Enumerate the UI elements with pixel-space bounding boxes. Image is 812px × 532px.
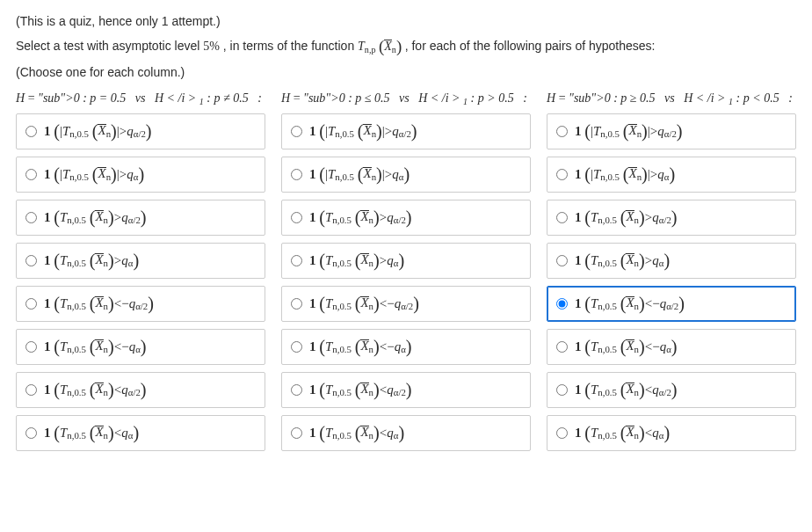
option-c1-5[interactable]: 1 (Tn,0.5 (Xn)<−qα): [16, 329, 265, 365]
option-radio[interactable]: [291, 212, 302, 223]
option-formula: 1 (Tn,0.5 (Xn)<qα): [44, 423, 139, 443]
option-radio[interactable]: [25, 212, 37, 223]
option-formula: 1 (Tn,0.5 (Xn)>qα/2): [309, 208, 412, 228]
quiz-note: (This is a quiz, hence only 1 attempt.): [16, 14, 796, 28]
option-c2-2[interactable]: 1 (Tn,0.5 (Xn)>qα/2): [281, 200, 531, 236]
option-radio[interactable]: [556, 341, 568, 353]
option-c2-4[interactable]: 1 (Tn,0.5 (Xn)<−qα/2): [281, 286, 531, 322]
option-radio[interactable]: [25, 255, 37, 266]
option-formula: 1 (Tn,0.5 (Xn)<−qα): [309, 337, 412, 357]
option-formula: 1 (Tn,0.5 (Xn)<qα/2): [575, 380, 678, 400]
option-c2-3[interactable]: 1 (Tn,0.5 (Xn)>qα): [281, 243, 531, 279]
option-radio[interactable]: [291, 427, 302, 439]
option-formula: 1 (Tn,0.5 (Xn)<−qα/2): [309, 294, 419, 314]
option-c3-2[interactable]: 1 (Tn,0.5 (Xn)>qα/2): [547, 200, 796, 236]
option-c1-2[interactable]: 1 (Tn,0.5 (Xn)>qα/2): [16, 200, 265, 236]
prompt-pre: Select a test with asymptotic level: [16, 39, 203, 53]
option-formula: 1 (Tn,0.5 (Xn)>qα/2): [575, 208, 678, 228]
column-c2: H = "sub">0 : p ≤ 0.5 vs H < /i > 1 : p …: [281, 88, 531, 458]
option-c1-0[interactable]: 1 (|Tn,0.5 (Xn)|>qα/2): [16, 113, 265, 149]
prompt-mid: , in terms of the function: [223, 39, 358, 53]
option-radio[interactable]: [25, 341, 37, 353]
option-radio[interactable]: [291, 126, 302, 137]
option-formula: 1 (|Tn,0.5 (Xn)|>qα): [575, 164, 675, 185]
option-c3-5[interactable]: 1 (Tn,0.5 (Xn)<−qα): [547, 329, 796, 365]
option-formula: 1 (Tn,0.5 (Xn)<−qα/2): [575, 294, 685, 314]
option-radio[interactable]: [556, 169, 568, 180]
column-header: H = "sub">0 : p ≥ 0.5 vs H < /i > 1 : p …: [547, 91, 796, 106]
column-header: H = "sub">0 : p ≤ 0.5 vs H < /i > 1 : p …: [281, 91, 531, 106]
option-formula: 1 (Tn,0.5 (Xn)<qα/2): [44, 380, 147, 400]
column-c1: H = "sub">0 : p = 0.5 vs H < /i > 1 : p …: [16, 88, 265, 458]
option-formula: 1 (|Tn,0.5 (Xn)|>qα/2): [44, 121, 152, 142]
option-c1-7[interactable]: 1 (Tn,0.5 (Xn)<qα): [16, 415, 265, 451]
option-c1-3[interactable]: 1 (Tn,0.5 (Xn)>qα): [16, 243, 265, 279]
prompt-post: for each of the following pairs of hypot…: [411, 39, 655, 53]
option-c3-1[interactable]: 1 (|Tn,0.5 (Xn)|>qα): [547, 157, 796, 193]
option-c3-7[interactable]: 1 (Tn,0.5 (Xn)<qα): [547, 415, 796, 451]
option-formula: 1 (Tn,0.5 (Xn)<−qα): [44, 337, 147, 357]
option-formula: 1 (|Tn,0.5 (Xn)|>qα): [309, 164, 410, 185]
option-formula: 1 (Tn,0.5 (Xn)<qα): [309, 423, 404, 443]
option-formula: 1 (Tn,0.5 (Xn)<qα/2): [309, 380, 412, 400]
option-c2-7[interactable]: 1 (Tn,0.5 (Xn)<qα): [281, 415, 531, 451]
option-radio[interactable]: [291, 384, 302, 396]
option-formula: 1 (|Tn,0.5 (Xn)|>qα/2): [309, 121, 417, 142]
option-radio[interactable]: [556, 212, 568, 223]
option-formula: 1 (Tn,0.5 (Xn)>qα): [44, 251, 139, 271]
option-c2-1[interactable]: 1 (|Tn,0.5 (Xn)|>qα): [281, 157, 531, 193]
prompt-level: 5%: [203, 40, 220, 53]
option-radio[interactable]: [556, 427, 568, 439]
option-c2-5[interactable]: 1 (Tn,0.5 (Xn)<−qα): [281, 329, 531, 365]
option-c2-0[interactable]: 1 (|Tn,0.5 (Xn)|>qα/2): [281, 113, 531, 149]
option-radio[interactable]: [25, 126, 37, 137]
option-c3-3[interactable]: 1 (Tn,0.5 (Xn)>qα): [547, 243, 796, 279]
option-formula: 1 (Tn,0.5 (Xn)<qα): [575, 423, 670, 443]
column-header: H = "sub">0 : p = 0.5 vs H < /i > 1 : p …: [16, 91, 265, 106]
option-radio[interactable]: [291, 169, 302, 180]
option-c1-1[interactable]: 1 (|Tn,0.5 (Xn)|>qα): [16, 157, 265, 193]
column-c3: H = "sub">0 : p ≥ 0.5 vs H < /i > 1 : p …: [547, 88, 796, 458]
option-radio[interactable]: [25, 169, 37, 180]
option-formula: 1 (|Tn,0.5 (Xn)|>qα/2): [575, 121, 683, 142]
option-formula: 1 (Tn,0.5 (Xn)>qα): [309, 251, 404, 271]
quiz-choose: (Choose one for each column.): [16, 65, 796, 79]
option-c3-4[interactable]: 1 (Tn,0.5 (Xn)<−qα/2): [547, 286, 796, 322]
option-radio[interactable]: [556, 255, 568, 266]
func-T-sub: n,p: [365, 44, 376, 54]
option-c3-0[interactable]: 1 (|Tn,0.5 (Xn)|>qα/2): [547, 113, 796, 149]
option-radio[interactable]: [556, 298, 568, 310]
option-formula: 1 (|Tn,0.5 (Xn)|>qα): [44, 164, 144, 185]
option-c1-4[interactable]: 1 (Tn,0.5 (Xn)<−qα/2): [16, 286, 265, 322]
option-formula: 1 (Tn,0.5 (Xn)>qα): [575, 251, 670, 271]
option-radio[interactable]: [25, 384, 37, 396]
option-radio[interactable]: [291, 341, 302, 353]
func-X: X: [384, 40, 392, 53]
option-radio[interactable]: [291, 255, 302, 266]
quiz-prompt: Select a test with asymptotic level 5% ,…: [16, 37, 796, 56]
options-grid: H = "sub">0 : p = 0.5 vs H < /i > 1 : p …: [16, 88, 796, 458]
option-c2-6[interactable]: 1 (Tn,0.5 (Xn)<qα/2): [281, 372, 531, 408]
option-c1-6[interactable]: 1 (Tn,0.5 (Xn)<qα/2): [16, 372, 265, 408]
option-formula: 1 (Tn,0.5 (Xn)<−qα/2): [44, 294, 154, 314]
option-radio[interactable]: [556, 384, 568, 396]
option-radio[interactable]: [25, 298, 37, 310]
option-formula: 1 (Tn,0.5 (Xn)<−qα): [575, 337, 678, 357]
option-radio[interactable]: [556, 126, 568, 137]
option-radio[interactable]: [25, 427, 37, 439]
func-T: T: [358, 40, 365, 53]
prompt-func: Tn,p (Xn): [358, 40, 405, 53]
option-c3-6[interactable]: 1 (Tn,0.5 (Xn)<qα/2): [547, 372, 796, 408]
option-formula: 1 (Tn,0.5 (Xn)>qα/2): [44, 208, 147, 228]
option-radio[interactable]: [291, 298, 302, 310]
